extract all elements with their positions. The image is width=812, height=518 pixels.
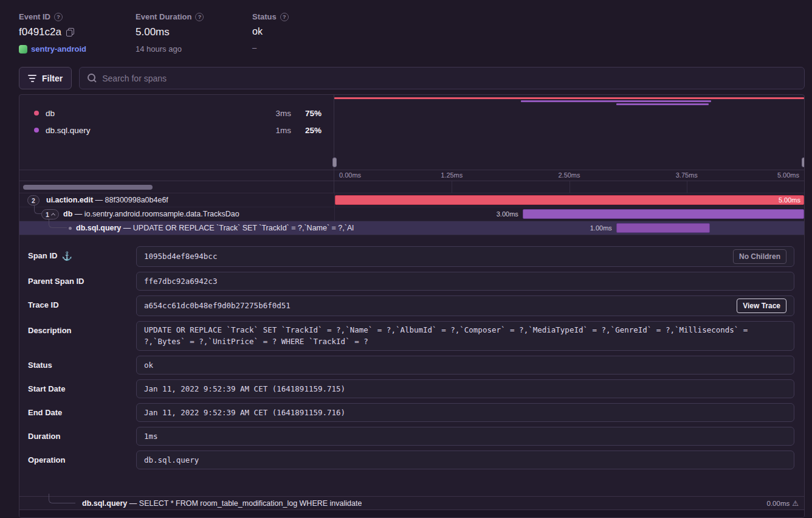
span-row-title: db.sql.query — UPDATE OR REPLACE `Track`… xyxy=(76,224,354,232)
span-children-badge[interactable]: 2 xyxy=(27,195,40,205)
event-duration-column: Event Duration ? 5.00ms 14 hours ago xyxy=(136,12,252,54)
tree-connector xyxy=(49,219,67,228)
project-link[interactable]: sentry-android xyxy=(31,44,86,54)
span-row-transaction[interactable]: 2 ui.action.edit — 88f300998a0b4e6f 5.00… xyxy=(19,193,804,207)
span-children-badge[interactable]: 1 xyxy=(41,209,59,219)
bottom-scroll-strip[interactable] xyxy=(19,510,804,517)
timeline-grid-header xyxy=(334,181,804,193)
chevron-up-icon xyxy=(51,213,55,217)
detail-value-box: ffe7dbc92a6942c3 xyxy=(136,272,794,291)
op-color-dot xyxy=(34,128,39,133)
span-op: ui.action.edit xyxy=(46,196,93,204)
view-trace-button[interactable]: View Trace xyxy=(737,299,786,313)
status-label-row: Status ? xyxy=(252,12,369,21)
span-details-panel: Span ID ⚓ 1095bd4ef8e94bcc No Children P… xyxy=(19,235,804,496)
tree-scrollbar-track[interactable] xyxy=(19,181,334,193)
tick-label: 3.75ms xyxy=(676,171,698,179)
detail-row-trace-id: Trace ID a654cc61dc0b48ef9d0b27275b6f0d5… xyxy=(28,295,794,316)
minimap-left-handle[interactable] xyxy=(332,157,337,167)
op-duration: 1ms xyxy=(255,126,291,135)
detail-value-box: ok xyxy=(136,356,794,375)
help-icon[interactable]: ? xyxy=(195,13,204,21)
detail-value-box: 1095bd4ef8e94bcc No Children xyxy=(136,246,794,267)
op-color-dot xyxy=(34,111,39,116)
badge-count: 1 xyxy=(46,211,49,218)
span-duration-label: 3.00ms xyxy=(497,210,518,218)
detail-value: UPDATE OR REPLACE `Track` SET `TrackId` … xyxy=(144,324,786,348)
span-description: 88f300998a0b4e6f xyxy=(105,196,168,204)
detail-label: End Date xyxy=(28,408,62,417)
separator: — xyxy=(95,196,103,204)
event-duration-label: Event Duration xyxy=(136,12,191,21)
search-input[interactable] xyxy=(102,74,796,83)
detail-row-operation: Operation db.sql.query xyxy=(28,451,794,469)
span-bar-area: 5.00ms xyxy=(334,193,804,207)
span-description: io.sentry.android.roomsample.data.Tracks… xyxy=(84,210,239,218)
tick-label: 0.00ms xyxy=(339,171,361,179)
anchor-icon[interactable]: ⚓ xyxy=(61,251,72,261)
detail-label: Operation xyxy=(28,455,65,464)
detail-value-box: Jan 11, 2022 9:52:39 AM CET (1641891159.… xyxy=(136,403,794,422)
minimap-bar-db xyxy=(521,100,711,102)
span-row-title: ui.action.edit — 88f300998a0b4e6f xyxy=(46,196,168,204)
help-icon[interactable]: ? xyxy=(280,13,289,21)
event-duration-label-row: Event Duration ? xyxy=(136,12,252,21)
span-bar-area: 1.00ms xyxy=(334,221,804,235)
detail-value: Jan 11, 2022 9:52:39 AM CET (1641891159.… xyxy=(144,407,786,418)
span-bar[interactable] xyxy=(616,223,710,233)
event-header: Event ID ? f0491c2a sentry-android Event… xyxy=(0,0,812,62)
detail-row-parent-span-id: Parent Span ID ffe7dbc92a6942c3 xyxy=(28,272,794,291)
time-ruler-row: 0.00ms 1.25ms 2.50ms 3.75ms 5.00ms xyxy=(19,170,804,181)
span-bar[interactable] xyxy=(523,209,804,219)
filter-button[interactable]: Filter xyxy=(19,67,72,89)
gridline xyxy=(687,181,687,193)
span-row-db-sql-query-select[interactable]: db.sql.query — SELECT * FROM room_table_… xyxy=(19,496,804,510)
op-name: db.sql.query xyxy=(46,126,255,135)
filter-icon xyxy=(28,75,36,82)
span-bar-area: 3.00ms xyxy=(334,207,804,221)
detail-label: Span ID xyxy=(28,251,57,260)
tree-leaf-dot xyxy=(69,227,72,230)
detail-row-description: Description UPDATE OR REPLACE `Track` SE… xyxy=(28,321,794,351)
detail-row-status: Status ok xyxy=(28,356,794,375)
span-row-db[interactable]: 1 db — io.sentry.android.roomsample.data… xyxy=(19,207,804,221)
op-duration: 3ms xyxy=(255,109,291,118)
help-icon[interactable]: ? xyxy=(54,13,63,21)
tick-label: 2.50ms xyxy=(558,171,580,179)
tree-connector xyxy=(49,494,75,503)
detail-value-box: UPDATE OR REPLACE `Track` SET `TrackId` … xyxy=(136,321,794,351)
minimap-bar-transaction xyxy=(334,97,804,99)
op-percent: 25% xyxy=(291,126,322,135)
detail-label: Trace ID xyxy=(28,300,59,309)
legend-row-db-sql-query[interactable]: db.sql.query 1ms 25% xyxy=(19,122,334,139)
minimap-right-handle[interactable] xyxy=(802,157,805,167)
gridline xyxy=(452,181,452,193)
badge-count: 2 xyxy=(32,197,35,204)
event-id-label-row: Event ID ? xyxy=(19,12,136,21)
separator: — xyxy=(123,224,131,232)
minimap-bar-db-sql xyxy=(616,103,709,105)
span-row-db-sql-query-selected[interactable]: db.sql.query — UPDATE OR REPLACE `Track`… xyxy=(19,221,804,235)
copy-icon[interactable] xyxy=(66,28,74,36)
separator: — xyxy=(75,210,83,218)
sentry-event-page: Event ID ? f0491c2a sentry-android Event… xyxy=(0,0,812,518)
trace-minimap[interactable] xyxy=(334,95,804,170)
tick-label: 1.25ms xyxy=(441,171,463,179)
span-description: UPDATE OR REPLACE `Track` SET `TrackId` … xyxy=(133,224,354,232)
status-sub: – xyxy=(252,43,256,52)
detail-value: ffe7dbc92a6942c3 xyxy=(144,275,786,287)
span-bar[interactable]: 5.00ms xyxy=(335,195,804,205)
detail-value: 1095bd4ef8e94bcc xyxy=(144,250,727,262)
detail-label: Duration xyxy=(28,432,60,441)
event-id-value-row: f0491c2a xyxy=(19,26,136,38)
time-ruler: 0.00ms 1.25ms 2.50ms 3.75ms 5.00ms xyxy=(334,170,804,181)
no-children-button[interactable]: No Children xyxy=(733,249,786,264)
detail-label: Status xyxy=(28,361,52,370)
detail-label: Description xyxy=(28,326,72,335)
tree-scrollbar-thumb[interactable] xyxy=(23,185,153,190)
scrollbar-row xyxy=(19,181,804,193)
legend-row-db[interactable]: db 3ms 75% xyxy=(19,105,334,122)
op-percent: 75% xyxy=(291,109,322,118)
project-row: sentry-android xyxy=(19,44,136,54)
gridline xyxy=(569,181,570,193)
